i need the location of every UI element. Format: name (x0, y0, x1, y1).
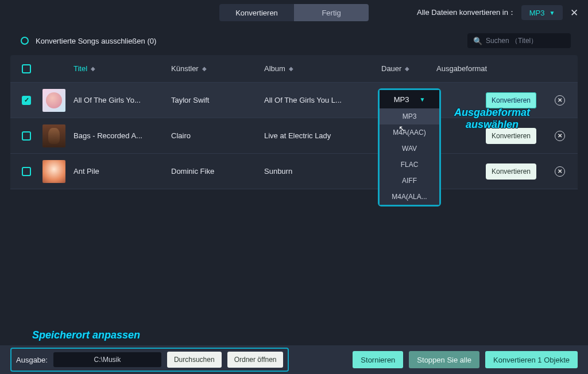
songs-table: Titel◆ Künstler◆ Album◆ Dauer◆ Ausgabefo… (10, 55, 578, 189)
output-path[interactable]: C:\Musik (53, 352, 161, 367)
col-artist[interactable]: Künstler◆ (171, 64, 264, 73)
table-header: Titel◆ Künstler◆ Album◆ Dauer◆ Ausgabefo… (10, 55, 578, 83)
col-duration[interactable]: Dauer◆ (381, 64, 436, 73)
exclude-label: Konvertierte Songs ausschließen (0) (36, 37, 156, 45)
row-convert-button[interactable]: Konvertieren (486, 163, 536, 180)
cell-artist: Taylor Swift (171, 96, 264, 104)
stop-all-button[interactable]: Stoppen Sie alle (409, 351, 479, 368)
album-art (42, 160, 65, 183)
cell-artist: Clairo (171, 131, 264, 140)
cell-title: All Of The Girls Yo... (74, 96, 171, 104)
mode-tabs: Konvertieren Fertig (219, 4, 369, 21)
annotation-path: Speicherort anpassen (32, 329, 140, 341)
format-option[interactable]: FLAC (380, 157, 439, 173)
album-art (42, 124, 65, 147)
format-option[interactable]: WAV (380, 141, 439, 157)
cell-album: All Of The Girls You L... (264, 96, 381, 104)
convert-all-label: Alle Dateien konvertieren in： (417, 7, 516, 18)
format-dropdown-open: MP3 ▼ MP3 M4A(AAC) WAV FLAC AIFF M4A(ALA… (378, 88, 441, 207)
search-input[interactable] (486, 37, 572, 45)
format-option[interactable]: M4A(AAC) (380, 124, 439, 141)
cancel-button[interactable]: Stornieren (353, 351, 403, 368)
col-album[interactable]: Album◆ (264, 64, 381, 73)
format-option[interactable]: M4A(ALA... (380, 189, 439, 205)
album-art (42, 89, 65, 112)
tab-convert[interactable]: Konvertieren (219, 4, 294, 21)
cell-album: Sunburn (264, 167, 381, 176)
output-path-group: Ausgabe: C:\Musik Durchsuchen Ordner öff… (10, 348, 289, 372)
exclude-converted-toggle[interactable]: Konvertierte Songs ausschließen (0) (21, 37, 156, 45)
top-bar: Konvertieren Fertig Alle Dateien konvert… (0, 0, 588, 25)
col-format: Ausgabeformat (436, 64, 540, 73)
toolbar: Konvertierte Songs ausschließen (0) 🔍 (0, 25, 588, 55)
output-label: Ausgabe: (16, 356, 48, 364)
table-row[interactable]: Bags - Recorded A... Clairo Live at Elec… (10, 118, 578, 154)
sort-icon: ◆ (91, 65, 95, 72)
search-field[interactable]: 🔍 (467, 33, 571, 48)
browse-button[interactable]: Durchsuchen (167, 352, 222, 368)
format-option[interactable]: MP3 (380, 108, 439, 124)
cell-title: Ant Pile (74, 167, 171, 176)
chevron-down-icon: ▼ (549, 10, 555, 16)
row-remove-icon[interactable] (555, 131, 565, 141)
table-row[interactable]: All Of The Girls Yo... Taylor Swift All … (10, 83, 578, 118)
format-option[interactable]: AIFF (380, 173, 439, 189)
cell-album: Live at Electric Lady (264, 131, 381, 140)
cell-title: Bags - Recorded A... (74, 131, 171, 140)
global-format-select[interactable]: MP3 ▼ (521, 5, 563, 20)
sort-icon: ◆ (405, 65, 409, 72)
chevron-down-icon: ▼ (419, 96, 425, 103)
sort-icon: ◆ (202, 65, 207, 72)
bottom-bar: Ausgabe: C:\Musik Durchsuchen Ordner öff… (0, 345, 588, 374)
row-convert-button[interactable]: Konvertieren (486, 128, 536, 144)
table-row[interactable]: Ant Pile Dominic Fike Sunburn 02:06 Konv… (10, 154, 578, 189)
row-convert-button[interactable]: Konvertieren (486, 92, 536, 108)
row-checkbox[interactable] (22, 131, 31, 141)
format-dropdown-selected[interactable]: MP3 ▼ (380, 90, 439, 108)
search-icon: 🔍 (473, 37, 482, 45)
sort-icon: ◆ (289, 65, 293, 72)
open-folder-button[interactable]: Ordner öffnen (227, 352, 284, 368)
select-all-checkbox[interactable] (22, 64, 31, 73)
tab-done[interactable]: Fertig (294, 4, 369, 21)
close-icon[interactable]: ✕ (568, 7, 580, 18)
global-format-value: MP3 (529, 9, 545, 17)
cell-artist: Dominic Fike (171, 167, 264, 176)
format-selected-value: MP3 (394, 95, 409, 104)
row-checkbox[interactable] (22, 96, 31, 105)
col-title[interactable]: Titel◆ (74, 64, 171, 73)
row-remove-icon[interactable] (555, 95, 565, 106)
row-checkbox[interactable] (22, 167, 31, 176)
radio-outline-icon (21, 37, 29, 45)
row-remove-icon[interactable] (555, 166, 565, 177)
convert-objects-button[interactable]: Konvertieren 1 Objekte (485, 351, 578, 368)
